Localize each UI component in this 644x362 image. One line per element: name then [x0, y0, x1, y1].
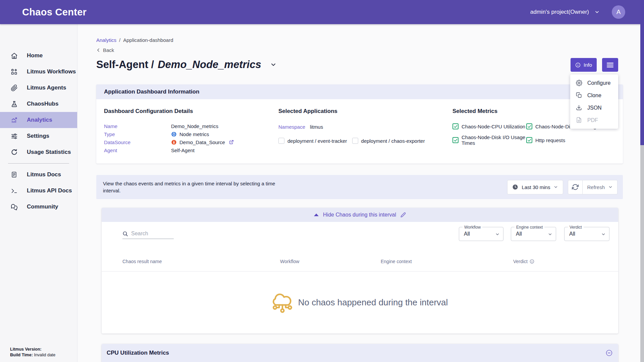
page-title-agent: Self-Agent /: [96, 59, 154, 71]
hide-chaos-label: Hide Chaos during this interval: [323, 212, 396, 218]
sidebar-item-litmus-docs[interactable]: Litmus Docs: [0, 167, 77, 183]
verdict-filter-select[interactable]: Verdict All: [564, 227, 609, 241]
engine-context-filter-select[interactable]: Engine context All: [511, 227, 556, 241]
metric-checkbox-cpu-utilization[interactable]: Chaos-Node-CPU Utilization: [452, 123, 526, 129]
hide-chaos-toggle[interactable]: Hide Chaos during this interval: [102, 208, 618, 222]
scrollbar-thumb[interactable]: [640, 0, 644, 145]
prometheus-icon: [171, 139, 177, 145]
breadcrumb: Analytics/Application-dashboard: [96, 37, 623, 43]
dashboard-switcher-chevron-icon[interactable]: [270, 61, 277, 68]
checkbox-checked[interactable]: [452, 123, 459, 129]
chevron-down-icon: [601, 232, 606, 237]
back-button[interactable]: Back: [96, 47, 120, 53]
gear-icon: [576, 80, 582, 86]
app-title: Chaos Center: [22, 7, 87, 18]
check-icon: [453, 138, 458, 142]
docs-icon: [10, 171, 18, 179]
selected-applications: Selected Applications Namespace litmus d…: [278, 108, 452, 154]
avatar[interactable]: A: [612, 5, 625, 19]
checkbox-unchecked[interactable]: [352, 138, 358, 144]
build-time-label: Build Time:: [10, 353, 33, 357]
sidebar-item-label: Litmus Docs: [27, 171, 61, 178]
menu-item-label: PDF: [587, 117, 598, 123]
check-icon: [527, 124, 532, 129]
sidebar-item-label: Home: [27, 52, 43, 59]
dashboard-configuration-details: Dashboard Configuration Details Name Dem…: [104, 108, 278, 154]
application-dashboard-information-card: Application Dashboard Information Dashbo…: [96, 84, 623, 164]
file-icon: [576, 117, 582, 123]
checkbox-checked[interactable]: [526, 123, 532, 129]
clock-icon: [512, 184, 518, 190]
sidebar-item-label: Litmus API Docs: [27, 187, 72, 194]
sidebar-item-chaoshubs[interactable]: ChaosHubs: [0, 96, 77, 112]
sidebar: Home Litmus Workflows Litmus Agents Chao…: [0, 24, 77, 362]
menu-item-clone[interactable]: Clone: [570, 89, 618, 102]
sidebar-item-litmus-workflows[interactable]: Litmus Workflows: [0, 64, 77, 80]
empty-state: No chaos happened during the interval: [102, 272, 618, 334]
chevron-down-icon: [495, 232, 500, 237]
config-row-name: Name Demo_Node_metrics: [104, 122, 278, 130]
more-menu-button[interactable]: [602, 58, 618, 72]
application-checkbox-event-tracker[interactable]: deployment / event-tracker: [278, 138, 347, 144]
menu-item-json[interactable]: JSON: [570, 102, 618, 114]
breadcrumb-current: Application-dashboard: [123, 37, 173, 43]
time-range-select[interactable]: Last 30 mins: [507, 180, 563, 194]
home-icon: [10, 52, 18, 60]
menu-item-label: Configure: [587, 80, 610, 86]
refresh-now-button[interactable]: [568, 180, 583, 194]
info-circle-icon[interactable]: [530, 259, 534, 264]
checkbox-checked[interactable]: [526, 137, 532, 143]
refresh-rate-select[interactable]: Refresh: [583, 180, 618, 194]
check-icon: [527, 138, 532, 142]
workflow-filter-select[interactable]: Workflow All: [459, 227, 503, 241]
sidebar-item-community[interactable]: Community: [0, 199, 77, 215]
application-checkbox-chaos-exporter[interactable]: deployment / chaos-exporter: [352, 138, 425, 144]
chevron-left-icon: [96, 48, 101, 52]
community-icon: [10, 203, 18, 211]
time-range-value: Last 30 mins: [522, 184, 550, 190]
sidebar-item-label: Community: [27, 203, 58, 210]
chevron-down-icon[interactable]: [594, 9, 600, 15]
table-filter-row: Workflow All Engine context All Verdict …: [102, 222, 618, 251]
sidebar-item-litmus-api-docs[interactable]: Litmus API Docs: [0, 183, 77, 199]
menu-item-configure[interactable]: Configure: [570, 77, 618, 89]
header-right-group: admin's project(Owner) A: [530, 5, 625, 19]
api-docs-icon: [10, 187, 18, 195]
external-link-icon[interactable]: [229, 140, 234, 144]
top-header-bar: Chaos Center admin's project(Owner) A: [0, 0, 644, 24]
metric-checkbox-disk-io-times[interactable]: Chaos-Node-Disk I/O Usage Times: [452, 134, 526, 146]
search-input[interactable]: [131, 231, 170, 237]
sidebar-item-home[interactable]: Home: [0, 48, 77, 64]
checkbox-checked[interactable]: [452, 137, 459, 143]
cloud-network-icon: [272, 289, 293, 316]
breadcrumb-analytics-link[interactable]: Analytics: [96, 37, 116, 43]
cpu-card-header: CPU Utilization Metrics: [102, 344, 618, 362]
table-header-row: Chaos result name Workflow Engine contex…: [102, 251, 618, 272]
litmus-version-label: Litmus Version:: [10, 347, 42, 352]
info-button[interactable]: Info: [571, 58, 597, 72]
metric-checkbox-http-requests[interactable]: Http requests: [526, 134, 615, 146]
project-selector-label[interactable]: admin's project(Owner): [530, 9, 589, 15]
sidebar-item-analytics[interactable]: Analytics: [0, 112, 77, 128]
breadcrumb-separator: /: [119, 37, 120, 43]
namespace-label: Namespace: [278, 124, 305, 130]
hamburger-icon: [607, 62, 613, 68]
sidebar-item-label: Usage Statistics: [27, 149, 71, 156]
sidebar-item-label: Litmus Agents: [27, 84, 66, 91]
sidebar-item-litmus-agents[interactable]: Litmus Agents: [0, 80, 77, 96]
download-icon: [576, 105, 582, 111]
build-time-value: Invalid date: [34, 353, 55, 357]
column-header: Chaos result name: [122, 259, 280, 264]
interval-description: View the chaos events and metrics in a g…: [103, 180, 284, 194]
menu-item-pdf[interactable]: PDF: [570, 114, 618, 126]
chevron-down-icon: [548, 232, 552, 237]
namespace-value: litmus: [310, 124, 323, 130]
collapse-minus-icon[interactable]: [606, 350, 612, 356]
back-label: Back: [103, 47, 114, 53]
page-scrollbar[interactable]: [640, 0, 644, 362]
action-buttons: Info: [571, 58, 618, 72]
sidebar-item-usage-statistics[interactable]: Usage Statistics: [0, 144, 77, 160]
sidebar-item-settings[interactable]: Settings: [0, 128, 77, 144]
pencil-icon[interactable]: [400, 212, 406, 218]
checkbox-unchecked[interactable]: [278, 138, 284, 144]
